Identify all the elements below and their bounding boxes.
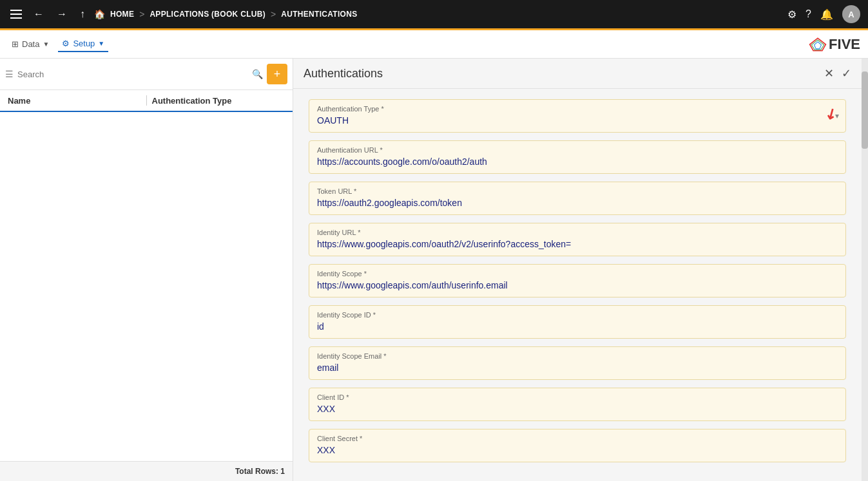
add-button[interactable]: + <box>267 64 287 84</box>
field-value-6[interactable]: email <box>317 363 838 373</box>
field-label-6: Identity Scope Email * <box>317 352 838 360</box>
setup-menu-btn[interactable]: ⚙ Setup ▼ <box>58 36 108 52</box>
breadcrumb-auth[interactable]: AUTHENTICATIONS <box>281 10 357 19</box>
col-name-header: Name <box>8 96 141 106</box>
help-icon-btn[interactable]: ? <box>805 8 811 20</box>
filter-icon: ☰ <box>5 69 14 79</box>
svg-marker-2 <box>815 41 822 48</box>
scrollbar-thumb[interactable] <box>862 71 868 149</box>
field-group-2: Token URL *https://oauth2.googleapis.com… <box>309 182 846 215</box>
sidebar: ☰ 🔍 + Name Authentication Type Total Row… <box>0 59 293 481</box>
setup-label: Setup <box>73 39 95 48</box>
home-icon: 🏠 <box>94 9 105 19</box>
settings-icon-btn[interactable]: ⚙ <box>787 8 796 21</box>
setup-caret-icon: ▼ <box>98 40 104 47</box>
form-panel-actions: ✕ ✓ <box>824 66 851 80</box>
five-logo-icon <box>809 37 827 52</box>
field-value-4[interactable]: https://www.googleapis.com/auth/userinfo… <box>317 280 838 290</box>
sidebar-search-bar: ☰ 🔍 + <box>0 59 293 90</box>
field-label-2: Token URL * <box>317 187 838 195</box>
sidebar-footer: Total Rows: 1 <box>0 461 293 481</box>
field-label-4: Identity Scope * <box>317 270 838 278</box>
field-value-1[interactable]: https://accounts.google.com/o/oauth2/aut… <box>317 156 838 167</box>
up-button[interactable]: ↑ <box>76 6 89 23</box>
sidebar-rows <box>0 112 293 461</box>
data-label: Data <box>22 39 39 49</box>
back-button[interactable]: ← <box>30 6 48 23</box>
field-value-7[interactable]: XXX <box>317 404 838 414</box>
sidebar-table-header: Name Authentication Type <box>0 90 293 112</box>
field-value-3[interactable]: https://www.googleapis.com/oauth2/v2/use… <box>317 239 838 249</box>
form-body: Authentication Type *OAUTH▾↙Authenticati… <box>293 89 862 481</box>
search-input[interactable] <box>17 70 248 79</box>
field-group-5: Identity Scope ID *id <box>309 305 846 339</box>
form-panel: Authentications ✕ ✓ Authentication Type … <box>293 59 862 481</box>
field-label-8: Client Secret * <box>317 435 838 442</box>
field-group-0: Authentication Type *OAUTH▾↙ <box>309 99 846 133</box>
field-label-5: Identity Scope ID * <box>317 311 838 319</box>
field-group-4: Identity Scope *https://www.googleapis.c… <box>309 264 846 297</box>
save-button[interactable]: ✓ <box>842 66 851 80</box>
scrollbar-track[interactable] <box>862 59 868 481</box>
col-divider <box>146 95 147 106</box>
topbar: ← → ↑ 🏠 HOME > APPLICATIONS (BOOK CLUB) … <box>0 0 868 28</box>
field-label-0: Authentication Type * <box>317 105 838 113</box>
hamburger-menu[interactable] <box>8 7 24 21</box>
notification-icon-btn[interactable]: 🔔 <box>820 8 833 21</box>
main-layout: ☰ 🔍 + Name Authentication Type Total Row… <box>0 59 868 481</box>
total-rows-label: Total Rows: 1 <box>235 467 285 476</box>
field-group-7: Client ID *XXX <box>309 388 846 421</box>
field-value-5[interactable]: id <box>317 321 838 332</box>
field-value-0[interactable]: OAUTH <box>317 115 838 126</box>
toolbar2: ⊞ Data ▼ ⚙ Setup ▼ FIVE <box>0 30 868 59</box>
field-group-8: Client Secret *XXX <box>309 429 846 462</box>
form-title: Authentications <box>304 67 824 80</box>
field-label-7: Client ID * <box>317 393 838 401</box>
gear-icon: ⚙ <box>62 39 70 48</box>
table-icon: ⊞ <box>12 39 19 49</box>
field-label-3: Identity URL * <box>317 229 838 236</box>
toolbar2-left: ⊞ Data ▼ ⚙ Setup ▼ <box>8 36 108 52</box>
toolbar2-right: FIVE <box>809 36 860 53</box>
data-caret-icon: ▼ <box>43 41 49 48</box>
avatar[interactable]: A <box>842 5 860 23</box>
forward-button[interactable]: → <box>53 6 71 23</box>
data-menu-btn[interactable]: ⊞ Data ▼ <box>8 37 53 52</box>
field-value-2[interactable]: https://oauth2.googleapis.com/token <box>317 198 838 208</box>
topbar-right: ⚙ ? 🔔 A <box>787 5 860 23</box>
field-group-1: Authentication URL *https://accounts.goo… <box>309 140 846 174</box>
field-group-3: Identity URL *https://www.googleapis.com… <box>309 223 846 256</box>
five-text: FIVE <box>829 36 860 53</box>
field-group-6: Identity Scope Email *email <box>309 346 846 380</box>
breadcrumb-home[interactable]: HOME <box>110 10 134 19</box>
five-logo: FIVE <box>809 36 860 53</box>
search-button[interactable]: 🔍 <box>252 69 263 79</box>
field-value-8[interactable]: XXX <box>317 445 838 455</box>
close-button[interactable]: ✕ <box>824 66 834 80</box>
col-type-header: Authentication Type <box>152 96 285 106</box>
breadcrumb-app[interactable]: APPLICATIONS (BOOK CLUB) <box>149 10 265 19</box>
field-label-1: Authentication URL * <box>317 146 838 154</box>
form-panel-header: Authentications ✕ ✓ <box>293 59 862 89</box>
